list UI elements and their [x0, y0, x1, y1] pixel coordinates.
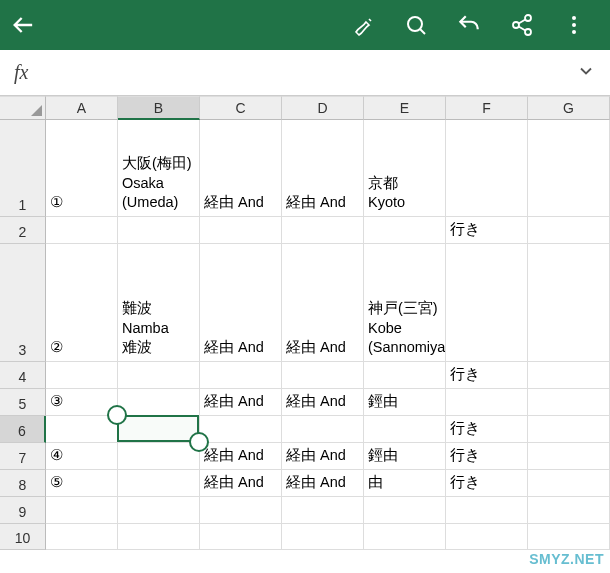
cell-G9[interactable]	[528, 497, 610, 524]
cell-G7[interactable]	[528, 443, 610, 470]
row-header-6[interactable]: 6	[0, 416, 46, 443]
cell-B2[interactable]	[118, 217, 200, 244]
cell-B1[interactable]: 大阪(梅田) Osaka (Umeda)	[118, 120, 200, 217]
row-header-7[interactable]: 7	[0, 443, 46, 470]
selection-handle-tl[interactable]	[107, 405, 127, 425]
chevron-down-icon[interactable]	[576, 61, 596, 85]
row-header-2[interactable]: 2	[0, 217, 46, 244]
row-header-10[interactable]: 10	[0, 524, 46, 550]
cell-D3[interactable]: 経由 And	[282, 244, 364, 362]
row-header-5[interactable]: 5	[0, 389, 46, 416]
col-header-G[interactable]: G	[528, 96, 610, 120]
cell-E1[interactable]: 京都 Kyoto	[364, 120, 446, 217]
col-header-E[interactable]: E	[364, 96, 446, 120]
cell-F4[interactable]: 行き	[446, 362, 528, 389]
row-header-4[interactable]: 4	[0, 362, 46, 389]
cell-D1[interactable]: 経由 And	[282, 120, 364, 217]
cell-F7[interactable]: 行き	[446, 443, 528, 470]
cell-G4[interactable]	[528, 362, 610, 389]
cell-E5[interactable]: 鋞由	[364, 389, 446, 416]
cell-D8[interactable]: 経由 And	[282, 470, 364, 497]
row-header-1[interactable]: 1	[0, 120, 46, 217]
cell-C6[interactable]	[200, 416, 282, 443]
cell-F2[interactable]: 行き	[446, 217, 528, 244]
cell-B3[interactable]: 難波 Namba 难波	[118, 244, 200, 362]
cell-G6[interactable]	[528, 416, 610, 443]
cell-D6[interactable]	[282, 416, 364, 443]
cell-C10[interactable]	[200, 524, 282, 550]
col-header-D[interactable]: D	[282, 96, 364, 120]
cell-C5[interactable]: 経由 And	[200, 389, 282, 416]
more-icon[interactable]	[562, 13, 586, 37]
col-header-C[interactable]: C	[200, 96, 282, 120]
table-row: ①大阪(梅田) Osaka (Umeda)経由 And経由 And京都 Kyot…	[46, 120, 610, 217]
cell-D2[interactable]	[282, 217, 364, 244]
draw-icon[interactable]	[352, 13, 376, 37]
cell-B7[interactable]	[118, 443, 200, 470]
selection-handle-br[interactable]	[189, 432, 209, 452]
cell-E3[interactable]: 神戸(三宮) Kobe (Sannomiya)	[364, 244, 446, 362]
select-all-corner[interactable]	[0, 96, 46, 120]
cell-G10[interactable]	[528, 524, 610, 550]
cell-E8[interactable]: 由	[364, 470, 446, 497]
cell-B5[interactable]	[118, 389, 200, 416]
cell-E2[interactable]	[364, 217, 446, 244]
cell-A8[interactable]: ⑤	[46, 470, 118, 497]
cell-E9[interactable]	[364, 497, 446, 524]
cell-C3[interactable]: 経由 And	[200, 244, 282, 362]
cell-D4[interactable]	[282, 362, 364, 389]
cell-A9[interactable]	[46, 497, 118, 524]
cell-D5[interactable]: 経由 And	[282, 389, 364, 416]
row-header-8[interactable]: 8	[0, 470, 46, 497]
cell-G3[interactable]	[528, 244, 610, 362]
svg-point-2	[513, 22, 519, 28]
cell-A6[interactable]	[46, 416, 118, 443]
cell-D9[interactable]	[282, 497, 364, 524]
formula-bar[interactable]: fx	[0, 50, 610, 96]
cell-B6[interactable]	[118, 416, 200, 443]
cell-C2[interactable]	[200, 217, 282, 244]
row-header-9[interactable]: 9	[0, 497, 46, 524]
cell-C1[interactable]: 経由 And	[200, 120, 282, 217]
cell-E4[interactable]	[364, 362, 446, 389]
cell-F6[interactable]: 行き	[446, 416, 528, 443]
cell-A7[interactable]: ④	[46, 443, 118, 470]
fx-label: fx	[14, 61, 28, 84]
row-header-3[interactable]: 3	[0, 244, 46, 362]
cell-G8[interactable]	[528, 470, 610, 497]
col-header-B[interactable]: B	[118, 96, 200, 120]
cell-C9[interactable]	[200, 497, 282, 524]
cell-E6[interactable]	[364, 416, 446, 443]
cell-E10[interactable]	[364, 524, 446, 550]
cell-B10[interactable]	[118, 524, 200, 550]
col-header-F[interactable]: F	[446, 96, 528, 120]
cell-F5[interactable]	[446, 389, 528, 416]
cell-F1[interactable]	[446, 120, 528, 217]
cell-F10[interactable]	[446, 524, 528, 550]
cell-C7[interactable]: 経由 And	[200, 443, 282, 470]
cell-F3[interactable]	[446, 244, 528, 362]
cell-D10[interactable]	[282, 524, 364, 550]
cell-G1[interactable]	[528, 120, 610, 217]
cell-A4[interactable]	[46, 362, 118, 389]
cell-A3[interactable]: ②	[46, 244, 118, 362]
cell-B8[interactable]	[118, 470, 200, 497]
share-icon[interactable]	[510, 13, 534, 37]
cell-D7[interactable]: 経由 And	[282, 443, 364, 470]
cell-B9[interactable]	[118, 497, 200, 524]
cell-A1[interactable]: ①	[46, 120, 118, 217]
cell-G2[interactable]	[528, 217, 610, 244]
cell-C4[interactable]	[200, 362, 282, 389]
cell-E7[interactable]: 鋞由	[364, 443, 446, 470]
undo-icon[interactable]	[456, 12, 482, 38]
cell-G5[interactable]	[528, 389, 610, 416]
cell-B4[interactable]	[118, 362, 200, 389]
cell-A2[interactable]	[46, 217, 118, 244]
cell-C8[interactable]: 経由 And	[200, 470, 282, 497]
cell-F8[interactable]: 行き	[446, 470, 528, 497]
search-icon[interactable]	[404, 13, 428, 37]
cell-F9[interactable]	[446, 497, 528, 524]
cell-A10[interactable]	[46, 524, 118, 550]
col-header-A[interactable]: A	[46, 96, 118, 120]
back-icon[interactable]	[10, 11, 38, 39]
